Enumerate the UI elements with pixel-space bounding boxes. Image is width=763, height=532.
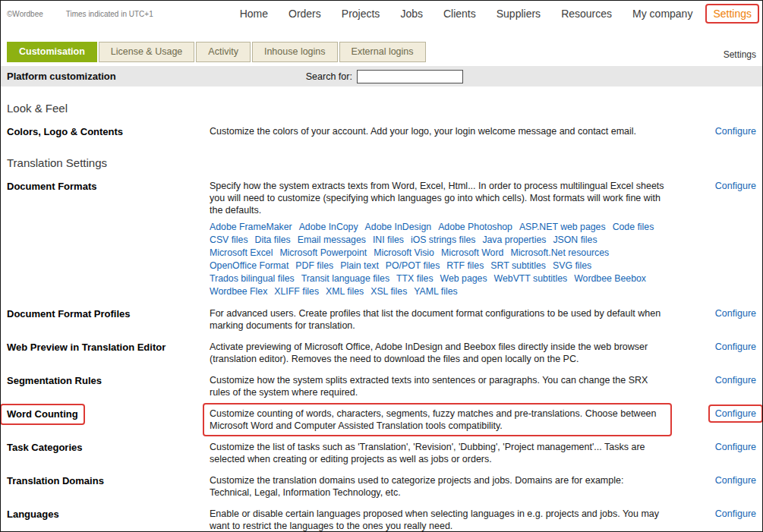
format-link[interactable]: Code files — [613, 221, 654, 234]
row-description: For advanced users. Create profiles that… — [210, 307, 665, 332]
row-label: Translation Domains — [7, 474, 210, 487]
settings-content: Look & Feel Colors, Logo & Contents Cust… — [1, 102, 762, 532]
format-link[interactable]: Microsoft Excel — [210, 247, 273, 260]
row-label: Colors, Logo & Contents — [7, 125, 210, 138]
format-link[interactable]: Java properties — [482, 234, 546, 247]
format-link[interactable]: Adobe InCopy — [299, 221, 358, 234]
format-link[interactable]: Microsoft.Net resources — [510, 247, 609, 260]
format-link[interactable]: Adobe FrameMaker — [210, 221, 292, 234]
format-link[interactable]: OpenOffice Format — [210, 260, 288, 272]
settings-row-web-preview: Web Preview in Translation Editor Activa… — [7, 335, 756, 368]
nav-projects[interactable]: Projects — [342, 8, 380, 20]
format-link[interactable]: Wordbee Beebox — [574, 272, 646, 285]
configure-link-translation-domains[interactable]: Configure — [715, 474, 756, 486]
search-label: Search for: — [306, 71, 352, 82]
tab-license-usage[interactable]: License & Usage — [99, 42, 195, 62]
word-counting-description-highlight: Customize counting of words, characters,… — [203, 403, 672, 436]
row-label: Segmentation Rules — [7, 374, 210, 387]
row-description: Customize the list of tasks such as 'Tra… — [210, 441, 665, 465]
search-area: Search for: — [306, 70, 463, 83]
row-label: Web Preview in Translation Editor — [7, 341, 210, 354]
timezone-note: Times indicated in UTC+1 — [66, 10, 153, 18]
row-label: Languages — [7, 508, 210, 521]
app-window: ©Wordbee Times indicated in UTC+1 Home O… — [0, 0, 763, 532]
format-link[interactable]: PDF files — [295, 260, 333, 272]
configure-link-word-counting[interactable]: Configure — [715, 408, 756, 419]
configure-link-colors-logo-contents[interactable]: Configure — [715, 125, 756, 137]
format-link[interactable]: YAML files — [414, 285, 457, 298]
word-counting-configure-highlight: Configure — [708, 405, 763, 423]
settings-row-translation-domains: Translation Domains Customize the transl… — [7, 468, 756, 502]
format-link[interactable]: SVG files — [553, 260, 591, 272]
row-label: Word Counting — [7, 408, 210, 420]
format-link[interactable]: PO/POT files — [386, 260, 440, 272]
format-link[interactable]: XSL files — [370, 285, 407, 298]
tab-activity[interactable]: Activity — [196, 42, 251, 62]
format-link[interactable]: Web pages — [440, 272, 487, 285]
row-description: Enable or disable certain languages prop… — [210, 508, 665, 532]
format-link[interactable]: INI files — [373, 234, 404, 247]
tabrow-settings-label: Settings — [724, 49, 756, 62]
row-label: Document Formats — [7, 180, 210, 193]
row-description: Customize counting of words, characters,… — [210, 408, 665, 432]
tab-external-logins[interactable]: External logins — [339, 42, 426, 62]
nav-clients[interactable]: Clients — [443, 8, 476, 20]
configure-link-languages[interactable]: Configure — [715, 508, 756, 519]
format-link[interactable]: CSV files — [210, 234, 248, 247]
format-link[interactable]: Plain text — [340, 260, 379, 272]
row-description: Activate previewing of Microsoft Office,… — [210, 341, 665, 365]
section-heading-look-and-feel: Look & Feel — [7, 102, 756, 115]
configure-link-document-formats[interactable]: Configure — [715, 180, 756, 191]
nav-suppliers[interactable]: Suppliers — [497, 8, 541, 20]
nav-jobs[interactable]: Jobs — [400, 8, 423, 20]
format-link[interactable]: WebVTT subtitles — [494, 272, 568, 285]
format-link[interactable]: RTF files — [446, 260, 484, 272]
format-link[interactable]: JSON files — [553, 234, 597, 247]
format-link[interactable]: Trados bilingual files — [210, 272, 295, 285]
settings-row-languages: Languages Enable or disable certain lang… — [7, 502, 756, 532]
page-title: Platform customization — [7, 71, 116, 82]
settings-row-document-formats: Document Formats Specify how the system … — [7, 174, 756, 301]
topbar-meta: ©Wordbee Times indicated in UTC+1 — [7, 10, 153, 18]
nav-my-company[interactable]: My company — [632, 8, 692, 20]
format-link[interactable]: SRT subtitles — [490, 260, 546, 272]
platform-customization-bar: Platform customization Search for: — [1, 66, 762, 87]
tab-inhouse-logins[interactable]: Inhouse logins — [252, 42, 338, 62]
row-description: Customize the translation domains used t… — [210, 474, 665, 499]
document-format-links: Adobe FrameMakerAdobe InCopyAdobe InDesi… — [210, 221, 665, 298]
row-description: Customize the colors of your account. Ad… — [210, 125, 665, 137]
format-link[interactable]: Email messages — [298, 234, 366, 247]
configure-link-document-format-profiles[interactable]: Configure — [715, 307, 756, 319]
row-label: Document Format Profiles — [7, 307, 210, 320]
top-bar: ©Wordbee Times indicated in UTC+1 Home O… — [1, 1, 762, 27]
configure-link-task-categories[interactable]: Configure — [715, 441, 756, 452]
row-label: Task Categories — [7, 441, 210, 454]
settings-row-task-categories: Task Categories Customize the list of ta… — [7, 435, 756, 468]
nav-orders[interactable]: Orders — [288, 8, 321, 20]
word-counting-label-highlight: Word Counting — [0, 404, 85, 425]
format-link[interactable]: XML files — [326, 285, 364, 298]
configure-link-segmentation-rules[interactable]: Configure — [715, 374, 756, 386]
format-link[interactable]: Adobe InDesign — [365, 221, 432, 234]
top-navigation: Home Orders Projects Jobs Clients Suppli… — [240, 8, 752, 20]
configure-link-web-preview[interactable]: Configure — [715, 341, 756, 352]
search-input[interactable] — [357, 70, 463, 83]
format-link[interactable]: Dita files — [255, 234, 291, 247]
nav-settings[interactable]: Settings — [705, 4, 759, 24]
nav-home[interactable]: Home — [240, 8, 268, 20]
section-heading-translation-settings: Translation Settings — [7, 156, 756, 169]
format-link[interactable]: XLIFF files — [274, 285, 319, 298]
format-link[interactable]: Microsoft Powerpoint — [279, 247, 367, 260]
format-link[interactable]: Adobe Photoshop — [438, 221, 512, 234]
row-description: Specify how the system extracts texts fr… — [210, 180, 665, 298]
format-link[interactable]: Wordbee Flex — [210, 285, 267, 298]
format-link[interactable]: Microsoft Visio — [374, 247, 434, 260]
format-link[interactable]: ASP.NET web pages — [519, 221, 606, 234]
format-link[interactable]: Microsoft Word — [441, 247, 503, 260]
tab-customisation[interactable]: Customisation — [7, 42, 97, 62]
document-formats-description: Specify how the system extracts texts fr… — [210, 180, 665, 216]
nav-resources[interactable]: Resources — [561, 8, 612, 20]
format-link[interactable]: TTX files — [396, 272, 434, 285]
format-link[interactable]: Transit language files — [301, 272, 389, 285]
format-link[interactable]: iOS strings files — [411, 234, 475, 247]
